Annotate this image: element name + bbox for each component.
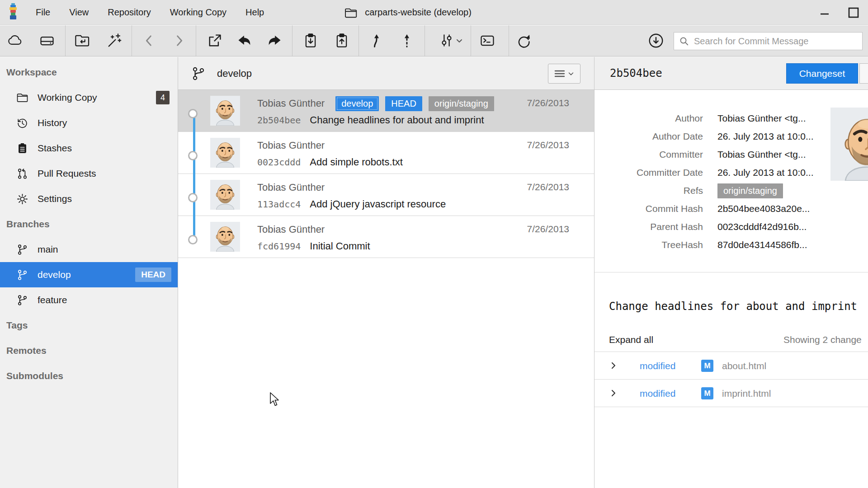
forward-icon[interactable]: [171, 33, 187, 49]
sidebar-item-label: Settings: [38, 193, 72, 204]
field-label: Committer: [594, 149, 703, 160]
ref-tag-head: HEAD: [385, 96, 422, 111]
commit-row[interactable]: Tobias Günther 0023cddd Add simple robot…: [178, 132, 594, 174]
detail-field-row: Parent Hash 0023cdddf42d916b...: [594, 218, 868, 236]
minimize-icon: [819, 7, 830, 19]
detail-field-row: Committer Date 26. July 2013 at 10:0...: [594, 164, 868, 182]
commit-message: Add simple robots.txt: [310, 156, 402, 168]
sidebar-item-working-copy[interactable]: Working Copy 4: [0, 85, 178, 110]
commit-message: Add jQuery javascript resource: [310, 198, 446, 210]
titlebar: FileViewRepositoryWorking CopyHelp carpa…: [0, 0, 868, 25]
chevron-down-icon[interactable]: [456, 37, 463, 44]
sidebar-section-branches[interactable]: Branches: [0, 211, 178, 237]
tree-view-button[interactable]: [859, 63, 868, 84]
ref-tag-develop: develop: [335, 96, 379, 111]
detail-field-row: Author Tobias Günther <tg...: [594, 109, 868, 127]
sidebar-item-pull-requests[interactable]: Pull Requests: [0, 161, 178, 186]
menu-working-copy[interactable]: Working Copy: [160, 0, 236, 25]
folder-icon: [344, 7, 358, 19]
maximize-button[interactable]: [839, 0, 868, 25]
file-status-link[interactable]: modified: [640, 352, 675, 380]
minimize-button[interactable]: [810, 0, 839, 25]
field-label: Author: [594, 113, 703, 124]
field-value: 0023cdddf42d916b...: [717, 221, 807, 232]
cloud-icon[interactable]: [7, 33, 23, 49]
divider: [594, 272, 868, 272]
commit-date: 7/26/2013: [527, 98, 569, 108]
list-options-button[interactable]: [548, 64, 580, 84]
menu-view[interactable]: View: [60, 0, 98, 25]
commit-date: 7/26/2013: [527, 140, 569, 150]
avatar: [210, 222, 240, 252]
commit-row[interactable]: Tobias Günther 113adcc4 Add jQuery javas…: [178, 174, 594, 216]
commit-row[interactable]: Tobias Günther developHEADorigin/staging…: [178, 90, 594, 132]
merge-icon[interactable]: [368, 33, 385, 49]
sidebar-section-remotes[interactable]: Remotes: [0, 338, 178, 363]
sidebar-section-submodules[interactable]: Submodules: [0, 363, 178, 389]
chevron-right-icon[interactable]: [609, 389, 618, 398]
detail-field-row: Refs origin/staging: [594, 182, 868, 200]
search-input[interactable]: [693, 36, 858, 47]
sidebar-section-workspace[interactable]: Workspace: [0, 60, 178, 85]
commit-row[interactable]: Tobias Günther fcd61994 Initial Commit 7…: [178, 216, 594, 258]
back-icon[interactable]: [141, 33, 157, 49]
branch-icon: [16, 244, 28, 256]
stash-save-icon[interactable]: [302, 33, 319, 49]
sidebar-item-label: develop: [38, 269, 71, 280]
changed-file-row[interactable]: modified M about.html: [594, 352, 868, 379]
commit-message: Initial Commit: [310, 240, 370, 252]
expand-all-link[interactable]: Expand all: [609, 334, 653, 345]
refresh-icon[interactable]: [515, 33, 532, 49]
changeset-button[interactable]: Changeset: [786, 63, 858, 84]
graph-node-icon: [188, 193, 198, 202]
menu-help[interactable]: Help: [236, 0, 274, 25]
modified-badge: M: [701, 387, 713, 399]
commit-author: Tobias Günther: [257, 224, 325, 235]
app-logo-icon: [5, 3, 21, 22]
sidebar-item-feature[interactable]: feature: [0, 287, 178, 313]
short-hash: 2b504bee: [610, 57, 662, 90]
field-label: Commit Hash: [594, 203, 703, 214]
download-icon[interactable]: [647, 32, 665, 49]
field-value: Tobias Günther <tg...: [717, 113, 806, 124]
open-folder-icon[interactable]: [74, 33, 90, 49]
commit-date: 7/26/2013: [527, 224, 569, 235]
field-value: 26. July 2013 at 10:0...: [717, 131, 813, 142]
file-status-link[interactable]: modified: [640, 380, 675, 407]
current-branch-label: develop: [217, 57, 252, 90]
commit-graph-line: [193, 115, 195, 241]
stash-icon: [16, 142, 28, 155]
sidebar-section-tags[interactable]: Tags: [0, 313, 178, 338]
commit-author: Tobias Günther: [257, 98, 325, 109]
menu-file[interactable]: File: [26, 0, 60, 25]
commit-list-panel: develop Tobias Günther developHEADorigin…: [178, 57, 594, 488]
rebase-icon[interactable]: [399, 33, 415, 49]
avatar: [210, 138, 240, 168]
sidebar-item-develop[interactable]: develop HEAD: [0, 262, 178, 287]
undo-icon[interactable]: [236, 33, 253, 49]
sidebar-item-history[interactable]: History: [0, 110, 178, 136]
changed-file-row[interactable]: modified M imprint.html: [594, 379, 868, 407]
graph-node-icon: [188, 151, 198, 160]
mouse-cursor: [269, 392, 281, 408]
sidebar: Workspace Working Copy 4 History Stashes…: [0, 57, 178, 488]
compare-icon[interactable]: [439, 33, 455, 49]
sidebar-item-stashes[interactable]: Stashes: [0, 136, 178, 161]
sidebar-item-main[interactable]: main: [0, 237, 178, 262]
terminal-icon[interactable]: [479, 33, 495, 49]
magic-wand-icon[interactable]: [106, 33, 122, 49]
sidebar-item-settings[interactable]: Settings: [0, 186, 178, 211]
author-avatar: [830, 108, 868, 181]
commit-hash: fcd61994: [257, 241, 301, 252]
commit-hash: 0023cddd: [257, 157, 301, 168]
graph-node-icon: [188, 235, 198, 244]
chevron-right-icon[interactable]: [609, 361, 618, 370]
stash-apply-icon[interactable]: [334, 33, 350, 49]
share-icon[interactable]: [207, 33, 223, 49]
menu-repository[interactable]: Repository: [98, 0, 160, 25]
redo-icon[interactable]: [266, 33, 283, 49]
pullrequest-icon: [16, 168, 28, 180]
drive-icon[interactable]: [39, 33, 55, 49]
detail-field-row: Commit Hash 2b504bee4083a20e...: [594, 200, 868, 218]
commit-message: Change headlines for about and imprint: [310, 114, 484, 126]
